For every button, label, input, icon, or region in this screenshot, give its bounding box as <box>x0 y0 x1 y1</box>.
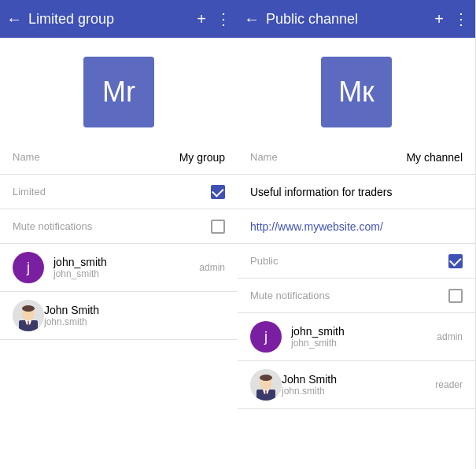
right-mute-checkbox[interactable] <box>448 289 463 303</box>
right-member-name-1: John Smith <box>282 373 435 386</box>
left-name-label: Name <box>13 151 179 163</box>
left-limited-label: Limited <box>13 186 211 198</box>
left-member-sub-0: john_smith <box>54 268 199 279</box>
right-member-name-0: john_smith <box>291 325 437 338</box>
right-member-row-0[interactable]: j john_smith john_smith admin <box>238 313 475 361</box>
left-name-value: My group <box>179 151 225 164</box>
right-member-row-1[interactable]: John Smith john.smith reader <box>238 361 475 409</box>
right-name-label: Name <box>250 151 406 163</box>
right-mute-row[interactable]: Mute notifications <box>238 279 475 313</box>
right-member-role-1: reader <box>435 379 463 390</box>
left-member-info-1: John Smith john.smith <box>44 304 225 327</box>
right-public-row[interactable]: Public <box>238 244 475 279</box>
left-limited-row[interactable]: Limited <box>0 175 238 209</box>
left-info-section: Name My group Limited Mute notifications <box>0 140 238 244</box>
left-member-row-0[interactable]: j john_smith john_smith admin <box>0 244 238 292</box>
right-url-row[interactable]: http://www.mywebsite.com/ <box>238 209 475 244</box>
right-member-info-0: john_smith john_smith <box>291 325 437 349</box>
left-member-row-1[interactable]: John Smith john.smith <box>0 292 238 340</box>
left-back-button[interactable]: ← <box>6 10 22 28</box>
left-mute-label: Mute notifications <box>13 220 211 232</box>
left-more-icon[interactable]: ⋮ <box>216 9 231 28</box>
left-member-sub-1: john.smith <box>44 316 225 327</box>
right-mute-label: Mute notifications <box>250 290 448 301</box>
left-members-section: j john_smith john_smith admin <box>0 244 238 469</box>
left-add-icon[interactable]: + <box>197 10 206 28</box>
right-info-text-row: Useful information for traders <box>238 175 475 209</box>
left-topbar: ← Limited group + ⋮ <box>0 0 238 38</box>
right-name-value: My channel <box>406 151 463 164</box>
right-info-section: Name My channel Useful information for t… <box>238 140 475 313</box>
right-public-checkbox[interactable] <box>448 254 463 268</box>
right-more-icon[interactable]: ⋮ <box>453 9 469 28</box>
right-member-sub-1: john.smith <box>282 386 435 397</box>
right-member-avatar-1 <box>250 369 282 401</box>
right-member-avatar-0: j <box>250 321 282 353</box>
left-title: Limited group <box>28 11 187 28</box>
left-mute-checkbox[interactable] <box>211 220 225 234</box>
left-member-avatar-1 <box>13 300 44 331</box>
left-mute-row[interactable]: Mute notifications <box>0 209 238 244</box>
left-member-info-0: john_smith john_smith <box>54 256 199 279</box>
right-info-text: Useful information for traders <box>250 186 463 198</box>
right-member-role-0: admin <box>437 331 463 342</box>
left-member-avatar-0: j <box>13 252 44 283</box>
svg-point-5 <box>22 305 35 312</box>
right-topbar: ← Public channel + ⋮ <box>238 0 475 38</box>
svg-point-11 <box>260 375 272 381</box>
left-name-row: Name My group <box>0 140 238 175</box>
right-avatar-area: Mк <box>238 38 475 140</box>
left-limited-checkbox[interactable] <box>211 185 225 199</box>
right-add-icon[interactable]: + <box>434 10 444 28</box>
right-name-row: Name My channel <box>238 140 475 175</box>
right-url-text[interactable]: http://www.mywebsite.com/ <box>250 220 463 233</box>
right-channel-avatar: Mк <box>321 57 392 127</box>
left-member-name-0: john_smith <box>54 256 199 268</box>
right-title: Public channel <box>266 11 425 28</box>
right-panel: ← Public channel + ⋮ Mк Name My channel … <box>238 0 475 469</box>
left-group-avatar: Mr <box>83 57 154 127</box>
right-member-info-1: John Smith john.smith <box>282 373 435 397</box>
right-public-label: Public <box>250 255 448 267</box>
right-member-sub-0: john_smith <box>291 338 437 349</box>
right-members-section: j john_smith john_smith admin John Smith <box>238 313 475 469</box>
left-member-role-0: admin <box>199 262 225 273</box>
right-back-button[interactable]: ← <box>244 10 260 28</box>
left-avatar-area: Mr <box>0 38 238 140</box>
left-panel: ← Limited group + ⋮ Mr Name My group Lim… <box>0 0 238 469</box>
left-member-name-1: John Smith <box>44 304 225 316</box>
